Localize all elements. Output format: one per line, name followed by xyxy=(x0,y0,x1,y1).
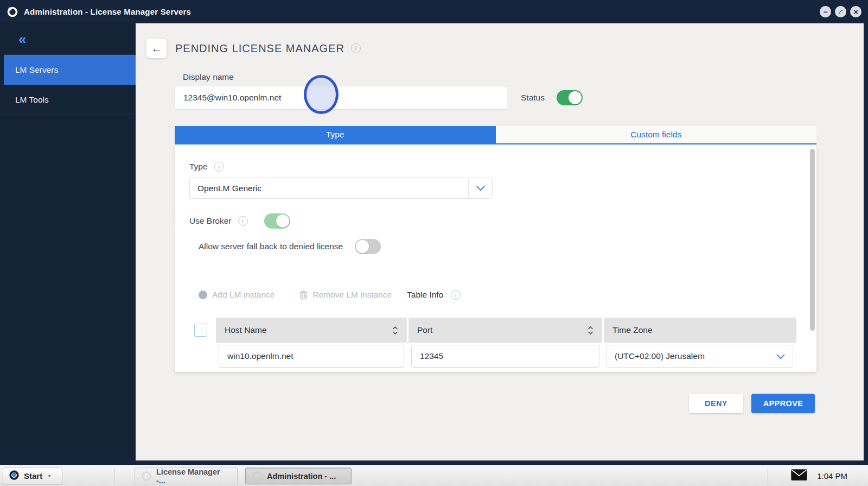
taskbar-item-license-manager[interactable]: License Manager -... xyxy=(135,468,238,484)
port-input[interactable] xyxy=(411,345,599,368)
column-header-time-zone[interactable]: Time Zone xyxy=(604,318,796,343)
window-title: Administration - License Manager Servers xyxy=(24,7,191,16)
column-label: Time Zone xyxy=(612,325,653,335)
start-label: Start xyxy=(24,471,42,481)
column-header-port[interactable]: Port xyxy=(409,318,602,343)
sidebar-item-lm-tools[interactable]: LM Tools xyxy=(0,85,136,115)
type-dropdown[interactable]: OpenLM Generic xyxy=(189,178,493,199)
fallback-toggle[interactable] xyxy=(355,239,381,254)
tab-custom-fields[interactable]: Custom fields xyxy=(496,126,817,143)
sidebar-collapse-icon[interactable]: « xyxy=(0,23,136,48)
type-info-icon[interactable]: i xyxy=(214,162,224,172)
taskbar: Start ▾ License Manager -... Administrat… xyxy=(0,465,868,486)
chevron-down-icon xyxy=(468,178,492,198)
time-zone-value: (UTC+02:00) Jerusalem xyxy=(607,351,769,361)
remove-lm-instance-label: Remove LM instance xyxy=(312,290,392,300)
app-window: Administration - License Manager Servers… xyxy=(0,0,868,465)
close-button[interactable]: × xyxy=(850,6,861,17)
approve-button[interactable]: APPROVE xyxy=(751,394,815,413)
sidebar-nav: LM Servers LM Tools xyxy=(0,54,136,115)
taskbar-divider xyxy=(114,469,114,483)
display-name-label: Display name xyxy=(183,72,234,82)
column-label: Port xyxy=(417,325,432,335)
title-bar: Administration - License Manager Servers… xyxy=(0,0,868,23)
status-row: Status xyxy=(521,86,583,110)
tab-type[interactable]: Type xyxy=(175,126,496,143)
table-info-label: Table Info xyxy=(407,290,443,300)
table-header: Host Name Port Time Zone xyxy=(175,318,816,343)
taskbar-clock: 1:04 PM xyxy=(817,471,847,481)
trash-icon xyxy=(299,291,308,300)
scrollbar-thumb[interactable] xyxy=(810,149,815,331)
type-tab-panel: Type i OpenLM Generic Use Broker i Allow… xyxy=(175,146,816,372)
sidebar-item-label: LM Tools xyxy=(15,95,49,105)
tab-bar: Type Custom fields xyxy=(175,126,816,144)
taskbar-item-label: Administration - ... xyxy=(267,472,336,481)
column-label: Host Name xyxy=(225,325,267,335)
fallback-label: Allow server fall back to denied license xyxy=(199,242,343,251)
time-zone-dropdown[interactable]: (UTC+02:00) Jerusalem xyxy=(607,345,793,368)
taskbar-divider xyxy=(768,469,768,483)
toggle-knob xyxy=(356,240,369,253)
toggle-knob xyxy=(276,214,289,228)
action-buttons: DENY APPROVE xyxy=(689,394,815,413)
use-broker-row: Use Broker i xyxy=(189,213,290,229)
maximize-button[interactable] xyxy=(835,6,846,17)
sort-icon[interactable] xyxy=(392,326,398,335)
main-content: ← PENDING LICENSE MANAGER i Display name… xyxy=(136,23,864,460)
type-field-header: Type i xyxy=(189,162,224,172)
window-controls: − × xyxy=(820,6,861,17)
openlm-logo-icon xyxy=(7,6,18,18)
taskbar-item-label: License Manager -... xyxy=(156,468,231,485)
table-row: (UTC+02:00) Jerusalem xyxy=(175,345,816,370)
page-title: PENDING LICENSE MANAGER xyxy=(175,42,344,55)
minimize-button[interactable]: − xyxy=(820,6,831,17)
panel-scrollbar xyxy=(810,149,815,369)
table-toolbar: Add LM instance Remove LM instance Table… xyxy=(199,290,461,300)
page-title-info-icon[interactable]: i xyxy=(351,43,361,53)
expand-icon xyxy=(838,9,844,15)
status-label: Status xyxy=(521,93,545,103)
table-info: Table Info i xyxy=(407,290,461,300)
app-ring-icon xyxy=(142,471,151,481)
add-circle-icon xyxy=(199,291,207,299)
sort-icon[interactable] xyxy=(588,326,593,335)
use-broker-toggle[interactable] xyxy=(264,213,290,229)
display-name-input[interactable] xyxy=(175,86,507,110)
system-tray: 1:04 PM xyxy=(791,465,847,486)
fallback-row: Allow server fall back to denied license xyxy=(199,239,381,254)
use-broker-info-icon[interactable]: i xyxy=(238,216,248,226)
toggle-knob xyxy=(569,91,582,104)
table-info-icon[interactable]: i xyxy=(451,290,461,300)
sidebar-item-lm-servers[interactable]: LM Servers xyxy=(4,54,136,85)
sidebar: « LM Servers LM Tools xyxy=(0,23,136,460)
use-broker-label: Use Broker xyxy=(189,216,232,226)
host-name-input[interactable] xyxy=(219,345,404,368)
deny-button[interactable]: DENY xyxy=(689,394,743,413)
add-lm-instance-button[interactable]: Add LM instance xyxy=(199,290,275,300)
chevron-down-icon xyxy=(769,345,793,367)
start-logo-icon xyxy=(9,470,20,483)
sidebar-item-label: LM Servers xyxy=(15,65,58,75)
start-button[interactable]: Start ▾ xyxy=(3,468,62,484)
add-lm-instance-label: Add LM instance xyxy=(212,290,275,300)
column-header-host-name[interactable]: Host Name xyxy=(216,318,407,343)
app-ring-icon xyxy=(252,471,262,481)
start-caret-icon[interactable]: ▾ xyxy=(48,472,51,479)
type-field-label: Type xyxy=(189,162,208,172)
mail-icon[interactable] xyxy=(791,469,807,483)
back-button[interactable]: ← xyxy=(146,39,167,58)
app-body: « LM Servers LM Tools ← PENDING LICENSE … xyxy=(0,23,864,460)
type-dropdown-value: OpenLM Generic xyxy=(190,184,468,193)
page-header: ← PENDING LICENSE MANAGER i xyxy=(146,39,361,58)
taskbar-item-administration[interactable]: Administration - ... xyxy=(245,468,352,484)
remove-lm-instance-button[interactable]: Remove LM instance xyxy=(299,290,392,300)
status-toggle[interactable] xyxy=(557,90,583,105)
click-indicator xyxy=(304,75,339,114)
